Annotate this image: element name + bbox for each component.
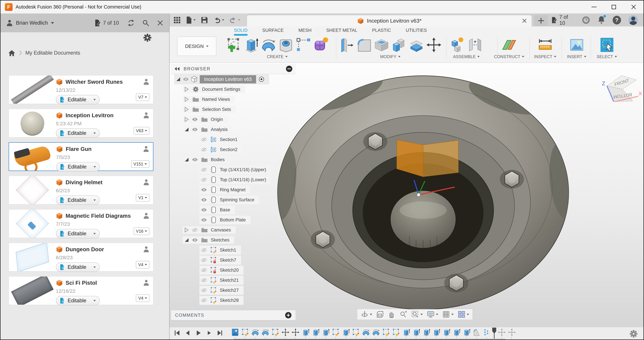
- browser-tree-row[interactable]: Sketch7: [171, 255, 296, 265]
- ribbon-tab[interactable]: PLASTIC: [365, 28, 398, 36]
- timeline-feature-item[interactable]: [432, 328, 440, 336]
- grid-snap-icon[interactable]: [442, 311, 454, 318]
- browser-tree-row[interactable]: Canvases: [171, 225, 296, 235]
- version-dropdown[interactable]: V151: [131, 160, 149, 168]
- select-group-label[interactable]: SELECT: [592, 54, 622, 59]
- save-icon[interactable]: [201, 16, 208, 24]
- version-dropdown[interactable]: V63: [134, 127, 150, 135]
- job-status-clock-icon[interactable]: [582, 16, 590, 24]
- close-button[interactable]: [624, 0, 644, 13]
- minimize-button[interactable]: [584, 0, 604, 13]
- minimize-browser-icon[interactable]: [286, 66, 292, 72]
- root-node-label[interactable]: Inception Levitron v63: [200, 75, 256, 83]
- browser-tree-row[interactable]: Section1: [171, 135, 296, 145]
- browser-root-row[interactable]: Inception Levitron v63: [171, 74, 296, 84]
- visibility-eye-icon[interactable]: [201, 188, 207, 192]
- visibility-eye-icon[interactable]: [201, 168, 207, 172]
- orbit-icon[interactable]: [361, 311, 372, 318]
- play-button[interactable]: [195, 329, 202, 337]
- fit-zoom-icon[interactable]: [412, 311, 423, 318]
- browser-tree-row[interactable]: Section2: [171, 145, 296, 155]
- file-menu-button[interactable]: [186, 16, 196, 24]
- insert-canvas-icon[interactable]: [569, 37, 585, 53]
- modify-group-label[interactable]: MODIFY: [336, 54, 444, 59]
- breadcrumb-folder[interactable]: My Editable Documents: [25, 50, 80, 56]
- version-dropdown[interactable]: V16: [134, 227, 150, 235]
- editable-status-dropdown[interactable]: Editable: [56, 195, 100, 205]
- create-group-label[interactable]: CREATE: [225, 54, 329, 59]
- redo-button[interactable]: [229, 16, 240, 24]
- offset-face-icon[interactable]: [408, 37, 424, 53]
- add-comment-icon[interactable]: [285, 312, 292, 318]
- construction-plane-icon[interactable]: [501, 37, 517, 53]
- visibility-eye-icon[interactable]: [201, 278, 207, 282]
- timeline-feature-item[interactable]: [302, 328, 310, 336]
- timeline-feature-item[interactable]: [271, 328, 280, 336]
- assemble-group-label[interactable]: ASSEMBLE: [448, 54, 485, 59]
- browser-tree-row[interactable]: Ring Magnet: [171, 185, 296, 195]
- visibility-eye-icon[interactable]: [201, 258, 207, 262]
- timeline-feature-item[interactable]: [292, 328, 300, 336]
- browser-tree-row[interactable]: Named Views: [171, 94, 296, 104]
- document-card[interactable]: Sci Fi Pistol 12/16/22 Editable: [8, 276, 154, 305]
- browser-tree-row[interactable]: Document Settings: [171, 84, 296, 94]
- hole-icon[interactable]: [278, 37, 294, 53]
- document-card[interactable]: Flare Gun 7/5/23 Editable: [8, 142, 154, 171]
- visibility-eye-icon[interactable]: [201, 248, 207, 252]
- timeline-feature-item[interactable]: [312, 328, 320, 336]
- home-icon[interactable]: [8, 49, 16, 56]
- panel-settings-gear-icon[interactable]: [143, 33, 152, 43]
- editable-status-dropdown[interactable]: Editable: [56, 162, 100, 171]
- ribbon-tab[interactable]: UTILITIES: [398, 28, 434, 36]
- search-icon[interactable]: [142, 19, 150, 27]
- expand-arrow-icon[interactable]: [184, 87, 189, 92]
- timeline-feature-item[interactable]: [382, 328, 390, 336]
- editable-status-dropdown[interactable]: Editable: [56, 296, 100, 305]
- timeline-feature-item[interactable]: [422, 328, 430, 336]
- expand-arrow-icon[interactable]: [184, 117, 189, 122]
- expand-arrow-icon[interactable]: [184, 97, 189, 102]
- browser-tree-row[interactable]: Analysis: [171, 125, 296, 135]
- display-settings-icon[interactable]: [427, 311, 438, 318]
- help-icon[interactable]: ?: [613, 16, 621, 24]
- visibility-eye-icon[interactable]: [192, 228, 198, 232]
- pan-icon[interactable]: [388, 311, 396, 318]
- pattern-icon[interactable]: [295, 37, 312, 53]
- visibility-eye-icon[interactable]: [201, 208, 207, 212]
- shell-icon[interactable]: [374, 37, 390, 53]
- visibility-eye-icon[interactable]: [201, 178, 207, 182]
- visibility-eye-icon[interactable]: [201, 218, 207, 222]
- combine-icon[interactable]: [391, 37, 407, 53]
- new-component-icon[interactable]: [450, 37, 466, 53]
- timeline-feature-item[interactable]: [282, 328, 290, 336]
- ribbon-tab[interactable]: MESH: [291, 28, 319, 36]
- timeline-scrollbar[interactable]: [234, 339, 505, 340]
- comments-bar[interactable]: COMMENTS: [171, 310, 296, 320]
- editable-status-dropdown[interactable]: Editable: [56, 95, 100, 104]
- revolve-icon[interactable]: [260, 37, 276, 53]
- timeline-feature-item[interactable]: [412, 328, 420, 336]
- browser-tree-row[interactable]: Sketch20: [171, 265, 296, 275]
- extrude-icon[interactable]: [243, 37, 259, 53]
- step-back-button[interactable]: [184, 329, 191, 337]
- press-pull-icon[interactable]: [338, 37, 355, 53]
- timeline-feature-item[interactable]: [342, 328, 350, 336]
- timeline-feature-item[interactable]: [442, 328, 450, 336]
- browser-tree-row[interactable]: Sketch1: [171, 245, 296, 255]
- ribbon-tab[interactable]: SURFACE: [255, 28, 291, 36]
- visibility-eye-icon[interactable]: [192, 128, 198, 132]
- measure-icon[interactable]: [537, 37, 553, 53]
- timeline-feature-item-disabled[interactable]: [498, 328, 506, 336]
- expand-arrow-icon[interactable]: [184, 238, 189, 242]
- editable-status-dropdown[interactable]: Editable: [56, 229, 100, 238]
- timeline-feature-item[interactable]: [392, 328, 400, 336]
- visibility-eye-icon[interactable]: [201, 148, 207, 152]
- view-cube[interactable]: FRONT BOTTOM Z X: [597, 68, 642, 105]
- visibility-eye-icon[interactable]: [183, 77, 189, 81]
- browser-tree-row[interactable]: Bodies: [171, 155, 296, 165]
- browser-tree-row[interactable]: Base: [171, 205, 296, 215]
- maximize-button[interactable]: [604, 0, 624, 13]
- document-card[interactable]: Diving Helmet 6/2/23 Editable: [8, 176, 154, 204]
- visibility-eye-icon[interactable]: [201, 138, 207, 142]
- timeline-feature-item[interactable]: [483, 328, 491, 336]
